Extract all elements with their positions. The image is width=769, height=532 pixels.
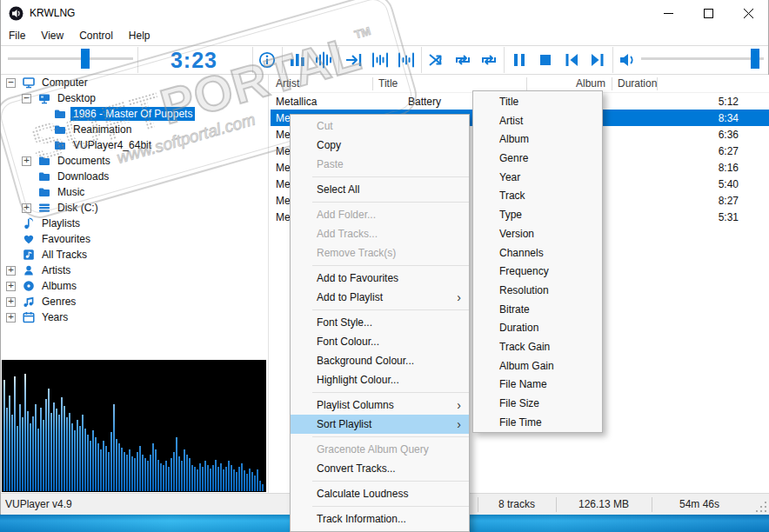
oscilloscope-button[interactable] — [311, 47, 337, 73]
folder-icon — [54, 139, 66, 151]
tree-item[interactable]: + Artists — [1, 263, 268, 278]
column-header[interactable]: Artist — [271, 77, 373, 90]
tree-item[interactable]: 1986 - Master Of Puppets — [1, 106, 268, 122]
tree-item[interactable]: Downloads — [1, 169, 268, 184]
tree-expander-icon[interactable]: + — [6, 313, 16, 323]
shuffle-button[interactable] — [424, 47, 450, 73]
context-menu-item[interactable]: Add Folder... — [291, 205, 469, 224]
submenu-item[interactable]: Genre — [473, 150, 602, 169]
minimize-button[interactable] — [648, 0, 688, 26]
svg-text:1: 1 — [461, 57, 465, 64]
submenu-item[interactable]: Version — [473, 225, 602, 244]
resize-grip[interactable] — [754, 500, 766, 512]
crossfade-button[interactable] — [367, 47, 393, 73]
context-menu-item[interactable]: Paste — [291, 155, 469, 174]
tree-item[interactable]: Reanimation — [1, 122, 268, 137]
context-menu-item[interactable]: Remove Track(s) — [291, 243, 469, 263]
menubar-item[interactable]: File — [1, 26, 33, 45]
volume-button[interactable] — [615, 47, 641, 73]
context-menu-item[interactable]: Font Colour... — [291, 332, 469, 351]
tree-item[interactable]: All Tracks — [1, 247, 268, 263]
submenu-item[interactable]: Bitrate — [473, 301, 602, 320]
next-icon — [588, 50, 607, 70]
seek-slider-handle[interactable] — [81, 49, 90, 69]
context-menu-item[interactable]: Copy — [291, 136, 469, 155]
previous-button[interactable] — [558, 47, 585, 73]
context-menu-item[interactable]: Add Tracks... — [291, 224, 469, 243]
skip-end-button[interactable] — [341, 47, 367, 73]
tree-item[interactable]: Playlists — [1, 216, 268, 231]
tree-expander-icon[interactable]: + — [22, 203, 31, 213]
volume-slider[interactable] — [641, 57, 764, 60]
context-menu-item[interactable]: Add to Favourites — [291, 269, 469, 288]
next-button[interactable] — [585, 47, 611, 73]
context-menu-item[interactable]: Add to Playlist — [291, 288, 469, 307]
submenu-item[interactable]: File Name — [473, 376, 602, 395]
tree-item[interactable]: + Documents — [1, 153, 268, 169]
maximize-button[interactable] — [688, 0, 728, 26]
submenu-item[interactable]: Duration — [473, 319, 602, 338]
menubar-item[interactable]: Help — [121, 26, 158, 45]
repeat-all-button[interactable] — [476, 47, 502, 73]
submenu-item[interactable]: Artist — [473, 112, 602, 131]
tree-item[interactable]: + Genres — [1, 294, 268, 309]
tree-item[interactable]: + Disk (C:) — [1, 200, 268, 216]
submenu-item[interactable]: File Time — [473, 414, 602, 433]
tree-expander-icon[interactable]: + — [6, 297, 16, 307]
context-menu-item[interactable]: Calculate Loudness — [291, 484, 469, 503]
volume-slider-handle[interactable] — [751, 49, 759, 69]
gapless-button[interactable] — [393, 47, 419, 73]
submenu-item[interactable]: Resolution — [473, 282, 602, 301]
tree-item[interactable]: − Desktop — [1, 90, 268, 106]
tree-item[interactable]: + Albums — [1, 278, 268, 294]
seek-slider[interactable] — [8, 57, 133, 60]
column-header[interactable]: Duration — [612, 77, 658, 90]
tree-item[interactable]: Favourites — [1, 231, 268, 247]
submenu-item[interactable]: Year — [473, 169, 602, 188]
folder-icon — [54, 108, 66, 120]
info-button[interactable] — [254, 47, 280, 73]
context-menu-item[interactable]: Cut — [291, 116, 469, 136]
submenu-item[interactable]: Album Gain — [473, 357, 602, 376]
tree-expander-icon[interactable]: + — [22, 156, 31, 166]
tree-expander-icon[interactable]: + — [6, 266, 16, 276]
pause-button[interactable] — [506, 47, 532, 73]
submenu-item[interactable]: Title — [473, 93, 602, 112]
menu-item-label: Genre — [499, 152, 528, 164]
tree-expander-icon[interactable]: − — [6, 78, 16, 88]
menubar-item[interactable]: View — [33, 26, 71, 45]
tree-item[interactable]: − Computer — [1, 75, 268, 90]
spectrum-button[interactable] — [284, 47, 311, 73]
submenu-item[interactable]: Frequency — [473, 263, 602, 282]
repeat-track-button[interactable]: 1 — [450, 47, 476, 73]
menubar-item[interactable]: Control — [71, 26, 121, 45]
submenu-item[interactable]: Track Gain — [473, 338, 602, 357]
submenu-item[interactable]: Type — [473, 206, 602, 225]
tree-item[interactable]: + Years — [1, 309, 268, 325]
separator — [291, 307, 469, 313]
context-menu-item[interactable]: Highlight Colour... — [291, 370, 469, 389]
tree-item[interactable]: VUPlayer4_64bit — [1, 137, 268, 153]
tree-expander-icon[interactable]: − — [22, 94, 31, 103]
context-menu-item[interactable]: Playlist Columns — [291, 396, 469, 415]
tree-expander-icon[interactable]: + — [6, 282, 16, 291]
context-menu-item[interactable]: Convert Tracks... — [291, 459, 469, 478]
context-menu-item[interactable]: Background Colour... — [291, 351, 469, 370]
submenu-item[interactable]: Album — [473, 130, 602, 150]
context-menu-item[interactable]: Gracenote Album Query — [291, 440, 469, 459]
context-menu-item[interactable]: Sort Playlist — [291, 415, 469, 434]
submenu-item[interactable]: Track — [473, 187, 602, 206]
menu-item-label: Gracenote Album Query — [317, 443, 429, 456]
context-menu-item[interactable]: Track Information... — [291, 509, 469, 529]
tree-item[interactable]: Music — [1, 184, 268, 200]
stop-button[interactable] — [532, 47, 558, 73]
menu-item-label: File Time — [499, 416, 542, 429]
submenu-item[interactable]: Channels — [473, 244, 602, 263]
column-header[interactable]: Album — [527, 77, 612, 90]
title-bar[interactable]: KRWLNG — [1, 0, 768, 26]
submenu-item[interactable]: File Size — [473, 395, 602, 414]
column-header[interactable]: Title — [373, 77, 527, 90]
close-button[interactable] — [728, 0, 768, 26]
context-menu-item[interactable]: Select All — [291, 180, 469, 199]
context-menu-item[interactable]: Font Style... — [291, 313, 469, 332]
